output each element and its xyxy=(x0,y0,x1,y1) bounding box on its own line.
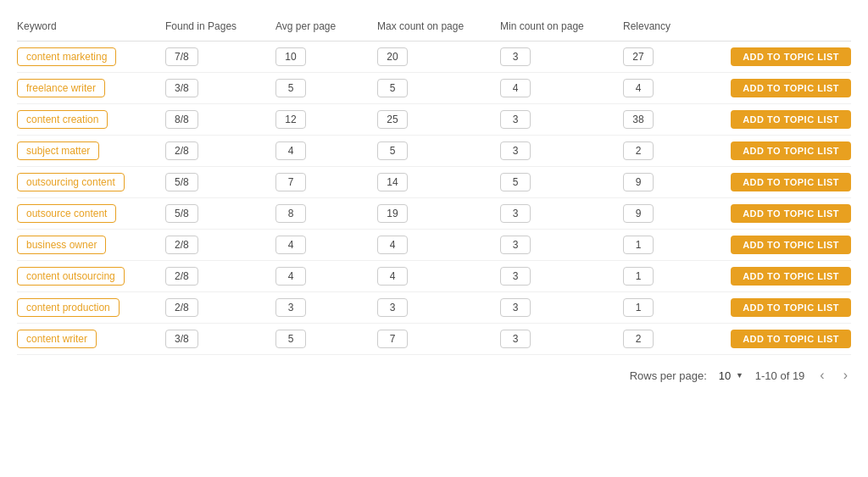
table-row: content marketing 7/8 10 20 3 27 ADD TO … xyxy=(17,42,851,73)
found-value: 5/8 xyxy=(165,173,198,191)
rows-select-input[interactable]: 10 25 50 xyxy=(719,369,743,382)
table-row: content creation 8/8 12 25 3 38 ADD TO T… xyxy=(17,104,851,136)
cell-action: ADD TO TOPIC LIST xyxy=(716,110,851,129)
max-value: 5 xyxy=(377,79,408,97)
cell-keyword: outsourcing content xyxy=(17,173,165,191)
cell-action: ADD TO TOPIC LIST xyxy=(716,298,851,317)
cell-min: 3 xyxy=(500,204,623,223)
cell-avg: 4 xyxy=(275,141,377,160)
cell-avg: 8 xyxy=(275,204,377,223)
add-to-topic-button[interactable]: ADD TO TOPIC LIST xyxy=(731,47,851,66)
max-value: 14 xyxy=(377,173,408,191)
avg-value: 8 xyxy=(275,204,306,223)
keyword-badge: content writer xyxy=(17,330,97,348)
cell-avg: 5 xyxy=(275,330,377,348)
cell-max: 14 xyxy=(377,173,500,191)
avg-value: 4 xyxy=(275,236,306,254)
max-value: 20 xyxy=(377,47,408,66)
cell-action: ADD TO TOPIC LIST xyxy=(716,79,851,97)
cell-avg: 12 xyxy=(275,110,377,129)
cell-avg: 5 xyxy=(275,79,377,97)
cell-max: 3 xyxy=(377,298,500,317)
relevancy-value: 38 xyxy=(623,110,654,129)
rows-per-page-label: Rows per page: xyxy=(630,369,707,382)
found-value: 2/8 xyxy=(165,298,198,317)
next-page-button[interactable]: › xyxy=(840,367,851,384)
cell-action: ADD TO TOPIC LIST xyxy=(716,141,851,160)
keyword-badge: content marketing xyxy=(17,47,116,66)
cell-max: 20 xyxy=(377,47,500,66)
min-value: 3 xyxy=(500,298,531,317)
prev-page-button[interactable]: ‹ xyxy=(816,367,827,384)
add-to-topic-button[interactable]: ADD TO TOPIC LIST xyxy=(731,236,851,254)
min-value: 3 xyxy=(500,267,531,286)
table-header: Keyword Found in Pages Avg per page Max … xyxy=(17,14,851,42)
cell-action: ADD TO TOPIC LIST xyxy=(716,173,851,191)
add-to-topic-button[interactable]: ADD TO TOPIC LIST xyxy=(731,267,851,286)
add-to-topic-button[interactable]: ADD TO TOPIC LIST xyxy=(731,298,851,317)
cell-found: 3/8 xyxy=(165,79,275,97)
add-to-topic-button[interactable]: ADD TO TOPIC LIST xyxy=(731,110,851,129)
cell-min: 3 xyxy=(500,141,623,160)
cell-relevancy: 27 xyxy=(623,47,716,66)
max-value: 7 xyxy=(377,330,408,348)
cell-found: 2/8 xyxy=(165,267,275,286)
table-row: content writer 3/8 5 7 3 2 ADD TO TOPIC … xyxy=(17,324,851,355)
relevancy-value: 2 xyxy=(623,141,654,160)
found-value: 2/8 xyxy=(165,267,198,286)
avg-value: 4 xyxy=(275,141,306,160)
cell-action: ADD TO TOPIC LIST xyxy=(716,267,851,286)
keyword-badge: business owner xyxy=(17,236,106,254)
keyword-badge: content creation xyxy=(17,110,108,129)
min-value: 3 xyxy=(500,204,531,223)
found-value: 2/8 xyxy=(165,141,198,160)
found-value: 8/8 xyxy=(165,110,198,129)
cell-min: 3 xyxy=(500,267,623,286)
cell-relevancy: 4 xyxy=(623,79,716,97)
add-to-topic-button[interactable]: ADD TO TOPIC LIST xyxy=(731,141,851,160)
avg-value: 5 xyxy=(275,330,306,348)
table-row: business owner 2/8 4 4 3 1 ADD TO TOPIC … xyxy=(17,230,851,261)
table-row: outsource content 5/8 8 19 3 9 ADD TO TO… xyxy=(17,198,851,230)
relevancy-value: 1 xyxy=(623,298,654,317)
max-value: 19 xyxy=(377,204,408,223)
max-value: 3 xyxy=(377,298,408,317)
cell-avg: 7 xyxy=(275,173,377,191)
max-value: 4 xyxy=(377,267,408,286)
page-info: 1-10 of 19 xyxy=(755,369,805,382)
min-value: 3 xyxy=(500,330,531,348)
cell-relevancy: 2 xyxy=(623,141,716,160)
cell-max: 5 xyxy=(377,141,500,160)
cell-relevancy: 38 xyxy=(623,110,716,129)
cell-action: ADD TO TOPIC LIST xyxy=(716,330,851,348)
cell-min: 3 xyxy=(500,298,623,317)
rows-per-page-selector[interactable]: 10 25 50 xyxy=(719,369,743,382)
cell-max: 5 xyxy=(377,79,500,97)
cell-found: 2/8 xyxy=(165,141,275,160)
cell-relevancy: 1 xyxy=(623,267,716,286)
cell-min: 3 xyxy=(500,236,623,254)
avg-value: 10 xyxy=(275,47,306,66)
cell-keyword: content marketing xyxy=(17,47,165,66)
table-row: subject matter 2/8 4 5 3 2 ADD TO TOPIC … xyxy=(17,136,851,167)
col-header-found: Found in Pages xyxy=(165,20,275,32)
cell-found: 3/8 xyxy=(165,330,275,348)
add-to-topic-button[interactable]: ADD TO TOPIC LIST xyxy=(731,330,851,348)
cell-found: 2/8 xyxy=(165,298,275,317)
min-value: 3 xyxy=(500,47,531,66)
cell-relevancy: 9 xyxy=(623,204,716,223)
avg-value: 7 xyxy=(275,173,306,191)
cell-keyword: content creation xyxy=(17,110,165,129)
cell-max: 19 xyxy=(377,204,500,223)
cell-max: 25 xyxy=(377,110,500,129)
cell-relevancy: 2 xyxy=(623,330,716,348)
cell-relevancy: 9 xyxy=(623,173,716,191)
add-to-topic-button[interactable]: ADD TO TOPIC LIST xyxy=(731,79,851,97)
cell-keyword: freelance writer xyxy=(17,79,165,97)
cell-found: 5/8 xyxy=(165,204,275,223)
add-to-topic-button[interactable]: ADD TO TOPIC LIST xyxy=(731,204,851,223)
min-value: 5 xyxy=(500,173,531,191)
add-to-topic-button[interactable]: ADD TO TOPIC LIST xyxy=(731,173,851,191)
cell-keyword: outsource content xyxy=(17,204,165,223)
min-value: 3 xyxy=(500,110,531,129)
